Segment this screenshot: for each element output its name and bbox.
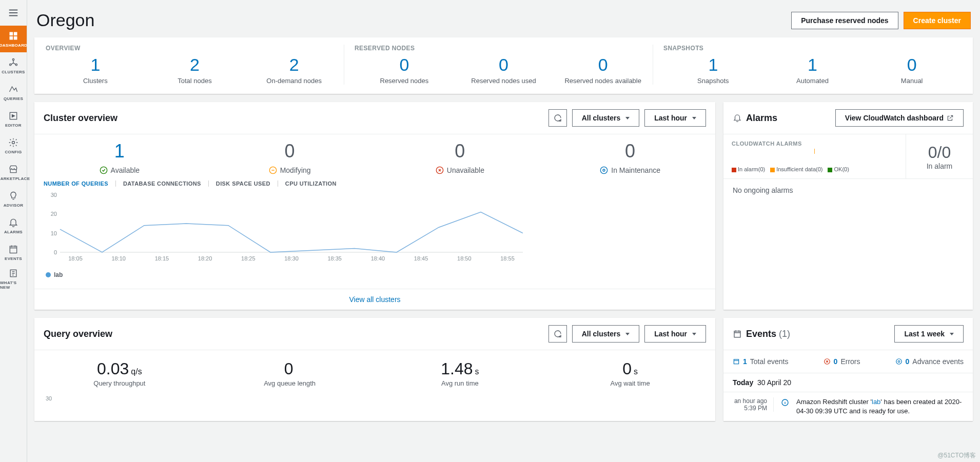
query-overview-card: Query overview All clusters Last hour 0.… (34, 318, 715, 421)
x-circle-icon (436, 166, 444, 174)
dashboard-icon (8, 31, 18, 41)
page-title: Oregon (36, 10, 94, 30)
external-link-icon (947, 114, 954, 122)
svg-text:18:35: 18:35 (327, 255, 342, 262)
advisor-icon (8, 191, 18, 201)
tab-queries[interactable]: NUMBER OF QUERIES (44, 180, 116, 187)
label: Unavailable (447, 166, 484, 174)
chevron-down-icon (692, 333, 696, 335)
errors-link[interactable]: 0Errors (824, 357, 860, 366)
svg-rect-2 (10, 36, 13, 39)
snapshots[interactable]: 1 (708, 55, 718, 75)
cap: Advance events (912, 357, 964, 366)
event-cluster-link[interactable]: lab (872, 398, 880, 406)
nav-label: WHAT'S NEW (0, 280, 27, 290)
nav-queries[interactable]: QUERIES (0, 79, 27, 106)
nav-label: CONFIG (5, 150, 22, 154)
summary-card: OVERVIEW 1Clusters 2Total nodes 2On-dema… (34, 37, 973, 94)
svg-point-36 (896, 359, 901, 365)
nav-alarms[interactable]: ALARMS (0, 212, 27, 239)
cap: Automated (796, 77, 829, 85)
marketplace-icon (8, 164, 18, 174)
cap: Snapshots (697, 77, 729, 85)
svg-rect-1 (14, 32, 17, 35)
nav-label: QUERIES (4, 96, 23, 101)
nav-label: CLUSTERS (2, 70, 25, 74)
events-calendar-icon (733, 329, 742, 338)
tab-db-connections[interactable]: DATABASE CONNECTIONS (123, 180, 209, 187)
reserved-available[interactable]: 0 (598, 55, 608, 75)
svg-text:18:45: 18:45 (414, 255, 428, 262)
alarm-sub: In alarm (927, 162, 953, 170)
val: 0 (906, 357, 910, 366)
bell-icon (8, 217, 18, 228)
nav-advisor[interactable]: ADVISOR (0, 186, 27, 212)
create-cluster-button[interactable]: Create cluster (904, 12, 971, 29)
today-label: Today (733, 378, 753, 387)
reserved-used[interactable]: 0 (499, 55, 508, 75)
svg-rect-32 (734, 331, 740, 337)
menu-toggle[interactable] (0, 0, 27, 26)
clusters-count[interactable]: 1 (90, 55, 100, 75)
available-count[interactable]: 1 (114, 140, 125, 162)
svg-text:18:50: 18:50 (457, 255, 472, 262)
refresh-button[interactable] (548, 109, 567, 127)
event-ago: an hour ago (734, 397, 767, 405)
label: Last hour (654, 114, 687, 122)
reserved-nodes[interactable]: 0 (399, 55, 409, 75)
cluster-overview-card: Cluster overview All clusters Last hour … (34, 102, 715, 310)
queries-chart: 010203018:0518:1018:1518:2018:2518:3018:… (46, 192, 528, 264)
cluster-filter[interactable]: All clusters (572, 325, 639, 343)
val: 0 (834, 357, 838, 366)
pending-icon (269, 166, 277, 174)
ytick-partial: 30 (46, 395, 52, 401)
throughput: 0.03 (97, 359, 129, 378)
time-filter[interactable]: Last hour (644, 325, 706, 343)
nav-whatsnew[interactable]: WHAT'S NEW (0, 266, 27, 292)
advance-events-link[interactable]: 0Advance events (895, 357, 964, 366)
nav-events[interactable]: EVENTS (0, 239, 27, 266)
nav-dashboard[interactable]: DASHBOARD (0, 26, 27, 52)
cap: Manual (901, 77, 923, 85)
view-all-clusters-link[interactable]: View all clusters (34, 289, 715, 310)
tab-cpu[interactable]: CPU UTILIZATION (285, 180, 337, 187)
svg-text:18:20: 18:20 (198, 255, 212, 262)
snapshots-automated[interactable]: 1 (808, 55, 817, 75)
event-text-pre: Amazon Redshift cluster ' (796, 398, 872, 406)
queue-length: 0 (284, 359, 293, 378)
gear-icon (8, 137, 18, 148)
run-time: 1.48 (441, 359, 473, 378)
nav-config[interactable]: CONFIG (0, 132, 27, 159)
nav-editor[interactable]: EDITOR (0, 106, 27, 132)
alarm-count: 0/0 (928, 143, 951, 162)
time-filter[interactable]: Last hour (644, 109, 706, 127)
calendar-icon (733, 358, 740, 365)
cap: Reserved nodes (380, 77, 429, 85)
ondemand-nodes[interactable]: 2 (289, 55, 299, 75)
cap: Errors (840, 357, 860, 366)
snapshots-manual[interactable]: 0 (907, 55, 917, 75)
total-events-link[interactable]: 1Total events (733, 357, 789, 366)
cap: Total events (750, 357, 789, 366)
cluster-filter[interactable]: All clusters (572, 109, 639, 127)
total-nodes[interactable]: 2 (190, 55, 200, 75)
nav-marketplace[interactable]: MARKETPLACE (0, 159, 27, 186)
check-circle-icon (100, 166, 108, 174)
nav-label: MARKETPLACE (0, 176, 30, 181)
events-time-filter[interactable]: Last 1 week (894, 325, 964, 343)
cap: Avg wait time (611, 379, 650, 387)
purchase-reserved-nodes-button[interactable]: Purchase reserved nodes (791, 12, 898, 29)
refresh-button[interactable] (548, 325, 567, 343)
nav-clusters[interactable]: CLUSTERS (0, 52, 27, 79)
maintenance-icon (600, 166, 608, 174)
cap: Avg run time (441, 379, 479, 387)
svg-point-6 (15, 64, 17, 65)
alarms-title: Alarms (746, 113, 777, 124)
view-cloudwatch-button[interactable]: View CloudWatch dashboard (835, 109, 964, 127)
cap: Avg queue length (264, 379, 316, 387)
svg-text:18:30: 18:30 (284, 255, 299, 262)
tab-disk[interactable]: DISK SPACE USED (216, 180, 278, 187)
svg-point-14 (601, 167, 607, 173)
no-alarms-text: No ongoing alarms (723, 178, 973, 202)
maintenance-count: 0 (625, 140, 635, 162)
